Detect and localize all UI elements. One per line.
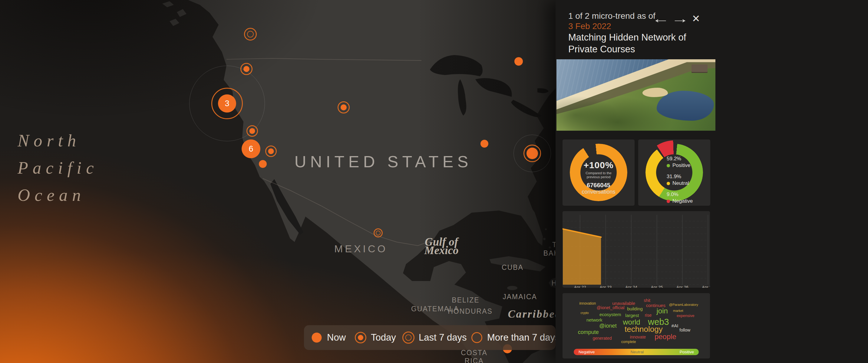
volume-donut-center: +100% Compared to the previous period 67…	[562, 160, 634, 195]
wordcloud-word: ecosystem	[599, 311, 621, 317]
sentiment-label: Negative	[673, 198, 693, 204]
more7-marker-icon	[471, 332, 483, 344]
wordcloud-word: building	[627, 306, 643, 311]
sentiment-dot-icon	[666, 164, 670, 167]
legend-item-last7: Last 7 days	[402, 325, 467, 350]
trend-counter: 1 of 2 micro-trend as of 3 Feb 2022	[568, 11, 655, 31]
sentiment-dot-icon	[666, 200, 670, 203]
wordcloud-word: innovation	[579, 301, 596, 305]
wordcloud-word: @ionet_official	[597, 305, 625, 310]
wordcloud-word: market	[673, 309, 683, 312]
marker-count: 3	[218, 94, 236, 112]
timeline-area-fill	[563, 229, 601, 285]
wordcloud-word: network	[586, 317, 602, 322]
sentiment-label: Neutral	[673, 180, 689, 186]
wordcloud-word: compute	[578, 329, 599, 335]
sentiment-legend-item: 31.9%Neutral	[666, 174, 693, 186]
wordcloud-card: innovationunavailableshitcontinues@Param…	[562, 293, 710, 359]
wordcloud-word: crypto	[580, 311, 589, 315]
sentiment-pct: 31.9%	[666, 174, 693, 180]
sentiment-legend: 59.2%Positive31.9%Neutral9.0%Negative	[666, 156, 693, 209]
app-root: North Pacific Ocean UNITED STATESMEXICOG…	[0, 0, 868, 363]
wordcloud-word: join	[657, 307, 668, 315]
volume-caption: Compared to the previous period	[582, 171, 615, 179]
trend-counter-text: 1 of 2 micro-trend as of	[568, 11, 655, 21]
wordcloud-word: expensive	[677, 314, 694, 318]
x-tick-label: Apr 22	[574, 285, 586, 288]
x-tick-label: Apr 27	[702, 285, 710, 288]
photo-clubhouse	[691, 64, 708, 72]
legend-item-more7: More than 7 days ago	[471, 325, 556, 350]
wordcloud-word: complete	[621, 340, 636, 344]
conversation-volume-card: +100% Compared to the previous period 67…	[562, 139, 634, 206]
legend-item-today: Today	[354, 325, 396, 350]
scale-label-neutral: Neutral	[631, 350, 644, 354]
prev-trend-arrow-icon[interactable]: ←	[652, 12, 670, 25]
sentiment-label: Positive	[673, 162, 690, 168]
x-tick-label: Apr 25	[651, 285, 663, 288]
legend-item-now: Now	[311, 325, 346, 350]
wordcloud-word: largest	[625, 313, 639, 318]
volume-timeline-card: Apr 22Apr 23Apr 24Apr 25Apr 26Apr 27	[562, 211, 710, 288]
legend-item-label: Today	[371, 332, 396, 343]
trend-thumbnail-golf-course-photo[interactable]	[556, 59, 715, 131]
sentiment-scale-bar: Negative Neutral Positive	[574, 349, 699, 355]
close-icon[interactable]: ✕	[692, 12, 700, 25]
volume-change-value: +100%	[562, 160, 634, 170]
sentiment-card: 59.2%Positive31.9%Neutral9.0%Negative	[638, 139, 710, 206]
sentiment-legend-item: 59.2%Positive	[666, 156, 693, 168]
x-tick-label: Apr 24	[625, 285, 637, 288]
wordcloud-word: @ionet	[599, 323, 616, 329]
scale-label-positive: Positive	[680, 350, 694, 354]
sentiment-legend-item: 9.0%Negative	[666, 192, 693, 204]
now-marker-icon	[311, 332, 323, 344]
legend-item-label: Now	[327, 332, 346, 343]
wordcloud-word: follow	[679, 328, 690, 332]
today-marker-icon	[354, 332, 367, 344]
scale-label-negative: Negative	[579, 350, 595, 354]
wordcloud-word: innovate	[630, 335, 646, 339]
wordcloud-word: #AI	[672, 323, 679, 328]
marker-count: 6	[242, 139, 260, 158]
legend-item-label: Last 7 days	[419, 332, 467, 343]
wordcloud-word: generated	[592, 336, 612, 341]
next-trend-arrow-icon[interactable]: →	[671, 12, 689, 25]
trend-date: 3 Feb 2022	[568, 22, 611, 31]
map-legend-bar: NowTodayLast 7 daysMore than 7 days ago	[304, 325, 556, 350]
wordcloud-word: @ParamLaboratory	[669, 303, 698, 306]
conversation-count: 6766045	[562, 182, 634, 189]
last7-marker-icon	[402, 332, 414, 344]
wordcloud-word: people	[655, 332, 676, 341]
x-tick-label: Apr 23	[600, 285, 612, 288]
micro-trend-panel: 1 of 2 micro-trend as of 3 Feb 2022 ← → …	[556, 0, 868, 363]
sentiment-pct: 9.0%	[666, 192, 693, 198]
wordcloud-word: shit	[644, 298, 650, 303]
trend-title: Matching Hidden Network of Private Cours…	[568, 31, 700, 55]
sentiment-pct: 59.2%	[666, 156, 693, 162]
photo-sand-bunker	[643, 88, 668, 97]
legend-item-label: More than 7 days ago	[487, 332, 556, 343]
conversation-unit: conversations	[562, 189, 634, 195]
sentiment-dot-icon	[666, 182, 670, 185]
x-tick-label: Apr 26	[676, 285, 688, 288]
timeline-chart	[562, 211, 710, 288]
